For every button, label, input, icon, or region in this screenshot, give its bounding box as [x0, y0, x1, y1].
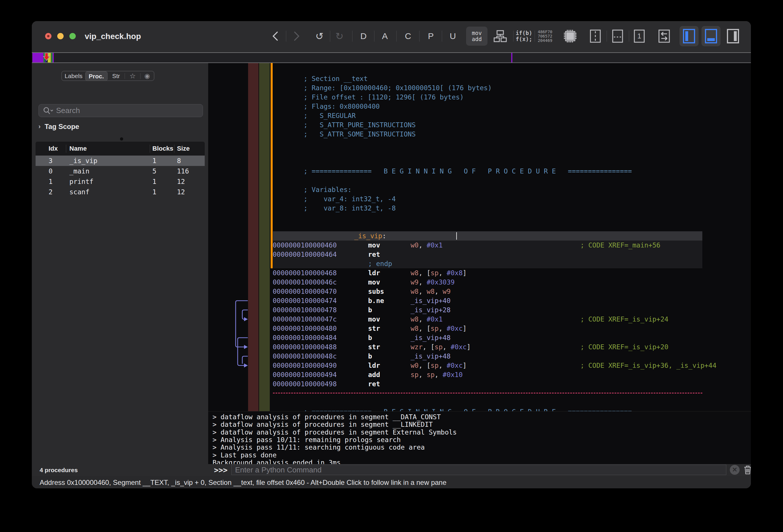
toggle-right-panel-button[interactable]: [723, 26, 743, 46]
tab-procedures[interactable]: Proc.: [85, 71, 107, 81]
datatype-procedure-button[interactable]: P: [425, 28, 437, 45]
code-row[interactable]: 0000000100000484b_is_vip+48: [208, 333, 751, 342]
toolbar-separator: [286, 31, 286, 42]
toggle-bottom-panel-button[interactable]: [701, 26, 721, 46]
code-row[interactable]: ; File offset : [1120; 1296[ (176 bytes): [208, 93, 751, 102]
zoom-button[interactable]: [69, 33, 76, 39]
swap-panes-icon[interactable]: [656, 28, 672, 45]
cell-size: 8: [177, 157, 181, 164]
hex-mode-icon[interactable]: 486F70 706572 204469: [536, 28, 554, 45]
code-row[interactable]: 0000000100000464ret: [208, 250, 751, 259]
insn-address: 0000000100000470: [273, 287, 337, 296]
tab-tags-circle-icon[interactable]: ◉: [140, 71, 154, 81]
column-size[interactable]: Size: [177, 145, 190, 152]
console-line: > dataflow analysis of procedures in seg…: [213, 413, 441, 421]
minimize-button[interactable]: [57, 33, 64, 39]
code-row[interactable]: 000000010000046cmovw9, #0x3039: [208, 278, 751, 287]
cfg-graph-icon[interactable]: [492, 28, 508, 45]
operand-immediate: #0x1: [427, 242, 442, 249]
code-row[interactable]: 0000000100000460movw0, #0x1; CODE XREF=_…: [208, 241, 751, 250]
console-line: > dataflow analysis of procedures in seg…: [213, 429, 457, 436]
disassembly-pane[interactable]: ; Section __text; Range: [0x100000460; 0…: [208, 63, 751, 411]
code-row[interactable]: ; var_8: int32_t, -8: [208, 204, 751, 213]
code-row[interactable]: ; =============== B E G I N N I N G O F …: [208, 407, 751, 411]
datatype-undefined-button[interactable]: U: [447, 28, 459, 45]
code-row[interactable]: 0000000100000488strwzr, [sp, #0xc]; CODE…: [208, 342, 751, 352]
single-column-icon[interactable]: 1: [631, 28, 648, 45]
search-input[interactable]: [56, 106, 190, 115]
code-row[interactable]: 0000000100000494addsp, sp, #0x10: [208, 370, 751, 379]
console-pane[interactable]: > dataflow analysis of procedures in seg…: [208, 411, 751, 464]
clear-console-button[interactable]: ✕: [730, 465, 740, 475]
code-comment: ; File offset : [1120; 1296[ (176 bytes): [304, 93, 464, 102]
datatype-ascii-button[interactable]: A: [379, 28, 390, 45]
table-row-printf[interactable]: 1printf112: [36, 176, 205, 187]
split-horizontal-icon[interactable]: [609, 28, 626, 45]
code-row[interactable]: 0000000100000480strw8, [sp, #0xc]: [208, 324, 751, 333]
code-label-row[interactable]: _is_vip:: [208, 231, 751, 241]
table-row-scanf[interactable]: 2scanf112: [36, 187, 205, 197]
close-button[interactable]: [45, 33, 52, 39]
code-row[interactable]: ; S_ATTR_SOME_INSTRUCTIONS: [208, 129, 751, 139]
search-field[interactable]: [38, 104, 203, 117]
column-blocks[interactable]: Blocks: [152, 145, 173, 152]
code-comment: ; Variables:: [304, 185, 352, 194]
splitter-handle[interactable]: [120, 137, 123, 140]
datatype-data-button[interactable]: D: [358, 28, 369, 45]
tab-strings[interactable]: Str: [107, 71, 125, 81]
cell-idx: 2: [49, 188, 53, 196]
code-row[interactable]: ; endp: [208, 259, 751, 268]
code-row[interactable]: 0000000100000468ldrw8, [sp, #0x8]: [208, 268, 751, 278]
back-button[interactable]: [270, 28, 281, 45]
insn-address: 0000000100000490: [273, 361, 337, 370]
code-comment: ; =============== B E G I N N I N G O F …: [304, 407, 632, 411]
column-idx[interactable]: Idx: [49, 145, 58, 152]
python-command-input[interactable]: [231, 465, 726, 475]
operand-register: w0: [411, 362, 419, 369]
code-row[interactable]: ; Flags: 0x80000400: [208, 102, 751, 111]
assembly-mode-button[interactable]: mov add: [466, 27, 488, 46]
trash-button[interactable]: [743, 465, 751, 475]
code-row[interactable]: ; S_ATTR_PURE_INSTRUCTIONS: [208, 120, 751, 129]
tag-scope-disclosure[interactable]: › Tag Scope: [38, 123, 79, 131]
insn-address: 0000000100000474: [273, 296, 337, 305]
table-row-_is_vip[interactable]: 3_is_vip18: [36, 156, 205, 166]
tab-bookmarks-star-icon[interactable]: ☆: [125, 71, 140, 81]
code-row[interactable]: ; =============== B E G I N N I N G O F …: [208, 166, 751, 176]
forward-button[interactable]: [291, 28, 303, 45]
insn-operands: wzr, [sp, #0xc]: [411, 342, 471, 352]
insn-mnemonic: ldr: [368, 268, 380, 278]
cpu-icon[interactable]: [562, 28, 579, 45]
operand-target: _is_vip+40: [411, 297, 450, 305]
code-row[interactable]: ; Section __text: [208, 74, 751, 83]
operand-punct: ,: [439, 325, 447, 332]
procedure-label: _is_vip:: [354, 231, 386, 241]
code-row[interactable]: ; Variables:: [208, 185, 751, 194]
table-row-_main[interactable]: 0_main5116: [36, 166, 205, 176]
insn-address: 0000000100000494: [273, 370, 337, 379]
code-row[interactable]: 0000000100000478b_is_vip+28: [208, 305, 751, 315]
code-row[interactable]: 0000000100000498ret: [208, 379, 751, 388]
code-row[interactable]: 0000000100000490ldrw0, [sp, #0xc]; CODE …: [208, 361, 751, 370]
column-separator[interactable]: [66, 145, 66, 153]
code-row[interactable]: ; Range: [0x100000460; 0x100000510[ (176…: [208, 83, 751, 93]
column-name[interactable]: Name: [69, 145, 87, 152]
redo-icon[interactable]: ↻: [333, 28, 346, 45]
code-row[interactable]: 0000000100000470subsw8, w8, w9: [208, 287, 751, 296]
undo-icon[interactable]: ↺: [313, 28, 326, 45]
pseudocode-icon[interactable]: if(b) f(x);: [515, 28, 533, 45]
nav-minimap[interactable]: [32, 52, 751, 63]
code-row[interactable]: 000000010000048cb_is_vip+48: [208, 352, 751, 361]
code-comment: ; Range: [0x100000460; 0x100000510[ (176…: [304, 83, 492, 93]
operand-punct: ,: [439, 269, 447, 277]
code-row[interactable]: ; S_REGULAR: [208, 111, 751, 120]
toggle-left-panel-button[interactable]: [680, 26, 698, 46]
cell-size: 116: [177, 167, 189, 175]
tab-labels[interactable]: Labels: [62, 71, 85, 81]
code-row[interactable]: 000000010000047cmovw8, #0x1; CODE XREF=_…: [208, 315, 751, 324]
code-row[interactable]: 0000000100000474b.ne_is_vip+40: [208, 296, 751, 305]
nav-segment-green2: [52, 53, 52, 62]
split-vertical-icon[interactable]: [587, 28, 604, 45]
datatype-code-button[interactable]: C: [402, 28, 414, 45]
code-row[interactable]: ; var_4: int32_t, -4: [208, 194, 751, 204]
